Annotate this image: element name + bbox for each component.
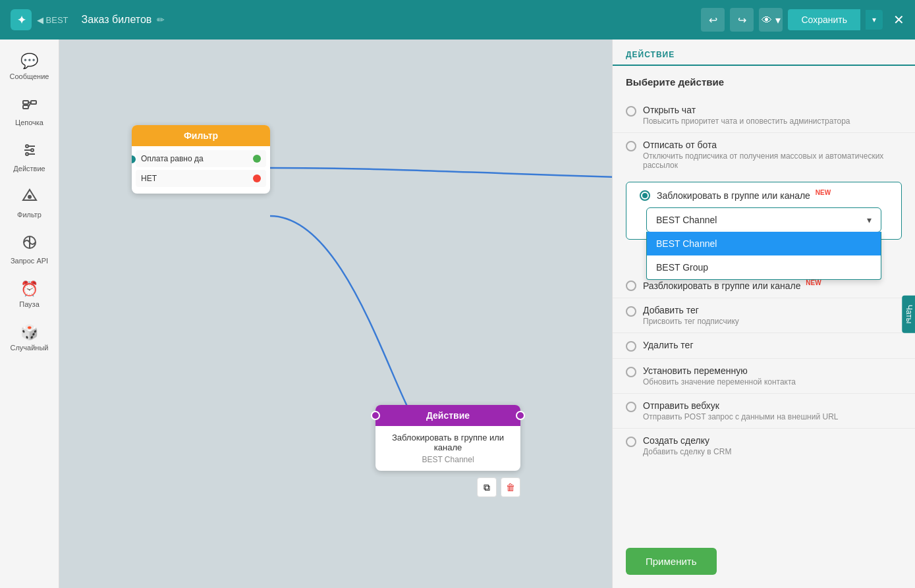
filter-no-label: НЕТ: [141, 174, 157, 183]
sidebar-label-filter: Фильтр: [17, 211, 42, 219]
svg-point-12: [28, 195, 32, 199]
action-left-connector: [371, 411, 380, 420]
duplicate-button[interactable]: ⧉: [477, 477, 497, 497]
option-block-group-container: Заблокировать в группе или канале NEW BE…: [626, 182, 902, 240]
panel-subtitle: Выберите действие: [613, 76, 915, 98]
dropdown-menu: BEST Channel BEST Group: [646, 232, 881, 280]
sidebar-item-action[interactable]: Действие: [3, 136, 56, 179]
sidebar-label-pause: Пауза: [19, 300, 40, 308]
option-unblock-group-label: Разблокировать в группе или канале NEW: [643, 279, 821, 291]
chain-icon: [22, 96, 38, 116]
radio-unsubscribe[interactable]: [626, 141, 636, 151]
sidebar-item-api[interactable]: Запрос API: [3, 228, 56, 271]
random-icon: 🎲: [20, 324, 38, 341]
right-panel: ДЕЙСТВИЕ Выберите действие Открыть чат П…: [612, 40, 915, 588]
sidebar-label-action: Действие: [13, 165, 45, 173]
close-button[interactable]: ✕: [893, 12, 904, 28]
svg-point-6: [26, 153, 28, 155]
filter-yes-label: Оплата равно да: [141, 154, 204, 163]
filter-no-dot: [253, 174, 261, 182]
radio-open-chat[interactable]: [626, 106, 636, 117]
option-create-deal[interactable]: Создать сделку Добавить сделку в CRM: [613, 428, 915, 463]
option-unsubscribe[interactable]: Отписать от бота Отключить подписчика от…: [613, 132, 915, 176]
delete-button[interactable]: 🗑: [501, 477, 520, 497]
radio-set-variable[interactable]: [626, 367, 636, 377]
option-set-variable-label: Установить переменную: [643, 365, 796, 376]
option-add-tag-label: Добавить тег: [643, 305, 739, 315]
preview-button[interactable]: 👁 ▾: [759, 8, 783, 32]
chats-tab[interactable]: Чаты: [902, 295, 915, 333]
option-set-variable-sub: Обновить значение переменной контакта: [643, 377, 796, 387]
save-button[interactable]: Сохранить: [788, 9, 860, 30]
option-remove-tag-label: Удалить тег: [643, 340, 694, 350]
radio-add-tag[interactable]: [626, 306, 636, 317]
option-unsubscribe-text: Отписать от бота Отключить подписчика от…: [643, 140, 902, 170]
option-add-tag[interactable]: Добавить тег Присвоить тег подписчику: [613, 298, 915, 333]
option-open-chat[interactable]: Открыть чат Повысить приоритет чата и оп…: [613, 98, 915, 132]
svg-rect-2: [31, 101, 36, 104]
option-block-group[interactable]: Заблокировать в группе или канале NEW: [626, 182, 901, 207]
edit-title-icon[interactable]: ✏: [157, 14, 165, 25]
svg-point-5: [26, 145, 28, 147]
option-set-variable[interactable]: Установить переменную Обновить значение …: [613, 358, 915, 393]
action-node: Действие Заблокировать в группе или кана…: [375, 405, 520, 471]
sidebar-item-random[interactable]: 🎲 Случайный: [3, 317, 56, 358]
option-webhook-sub: Отправить POST запрос с данными на внешн…: [643, 412, 838, 421]
action-node-channel: BEST Channel: [382, 455, 514, 464]
sidebar-item-message[interactable]: 💬 Сообщение: [3, 46, 56, 87]
api-icon: [22, 234, 38, 254]
dropdown-arrow-icon: ▾: [867, 215, 872, 225]
back-button[interactable]: ◀ BEST: [37, 15, 69, 25]
action-node-body: Заблокировать в группе или канале BEST C…: [375, 426, 520, 471]
option-unsubscribe-sub: Отключить подписчика от получения массов…: [643, 151, 902, 170]
undo-button[interactable]: ↩: [701, 8, 725, 32]
sidebar-label-chain: Цепочка: [15, 119, 43, 126]
filter-row-yes: Оплата равно да: [136, 150, 266, 167]
channel-dropdown[interactable]: BEST Channel ▾ BEST Channel BEST Group: [646, 207, 881, 232]
option-set-variable-text: Установить переменную Обновить значение …: [643, 365, 796, 387]
filter-icon: [22, 188, 38, 208]
option-open-chat-sub: Повысить приоритет чата и оповестить адм…: [643, 117, 850, 126]
filter-row-no: НЕТ: [136, 170, 266, 187]
option-create-deal-text: Создать сделку Добавить сделку в CRM: [643, 435, 731, 456]
option-unsubscribe-label: Отписать от бота: [643, 140, 902, 150]
app-header: ✦ ◀ BEST Заказ билетов ✏ ↩ ↪ 👁 ▾ Сохрани…: [0, 0, 915, 40]
sidebar-item-filter[interactable]: Фильтр: [3, 182, 56, 225]
sidebar-label-random: Случайный: [11, 344, 49, 352]
page-title: Заказ билетов ✏: [82, 14, 165, 26]
dropdown-box[interactable]: BEST Channel ▾: [647, 208, 881, 232]
svg-point-7: [31, 149, 34, 151]
radio-webhook[interactable]: [626, 402, 636, 412]
dropdown-item-best-group[interactable]: BEST Group: [647, 255, 881, 279]
sidebar-item-chain[interactable]: Цепочка: [3, 90, 56, 133]
option-unblock-group-text: Разблокировать в группе или канале NEW: [643, 279, 821, 291]
action-toolbar: ⧉ 🗑: [477, 477, 520, 497]
redo-button[interactable]: ↪: [730, 8, 754, 32]
radio-remove-tag[interactable]: [626, 341, 636, 352]
radio-create-deal[interactable]: [626, 437, 636, 447]
message-icon: 💬: [20, 53, 38, 70]
new-badge: NEW: [816, 189, 831, 196]
radio-unblock-group[interactable]: [626, 281, 636, 291]
option-create-deal-label: Создать сделку: [643, 435, 731, 446]
option-webhook[interactable]: Отправить вебхук Отправить POST запрос с…: [613, 393, 915, 428]
radio-block-group[interactable]: [640, 190, 650, 201]
header-actions: ↩ ↪ 👁 ▾ Сохранить ▾ ✕: [701, 8, 904, 32]
sidebar-label-api: Запрос API: [11, 257, 48, 265]
filter-node-header: Фильтр: [132, 125, 270, 146]
panel-section-title: ДЕЙСТВИЕ: [613, 40, 915, 66]
option-remove-tag[interactable]: Удалить тег: [613, 333, 915, 358]
option-webhook-text: Отправить вебхук Отправить POST запрос с…: [643, 400, 838, 421]
save-dropdown-button[interactable]: ▾: [866, 10, 883, 30]
sidebar-item-pause[interactable]: ⏰ Пауза: [3, 274, 56, 315]
option-block-group-text: Заблокировать в группе или канале NEW: [657, 189, 831, 201]
canvas[interactable]: Фильтр Оплата равно да НЕТ Действие Забл…: [59, 40, 612, 588]
new-badge-unblock: NEW: [806, 279, 821, 286]
filter-node-body: Оплата равно да НЕТ: [132, 146, 270, 194]
dropdown-item-best-channel[interactable]: BEST Channel: [647, 232, 881, 255]
sidebar-label-message: Сообщение: [10, 72, 49, 80]
filter-yes-dot: [253, 155, 261, 163]
apply-button[interactable]: Применить: [626, 548, 717, 575]
option-remove-tag-text: Удалить тег: [643, 340, 694, 350]
dropdown-wrapper: BEST Channel ▾ BEST Channel BEST Group: [626, 207, 901, 239]
